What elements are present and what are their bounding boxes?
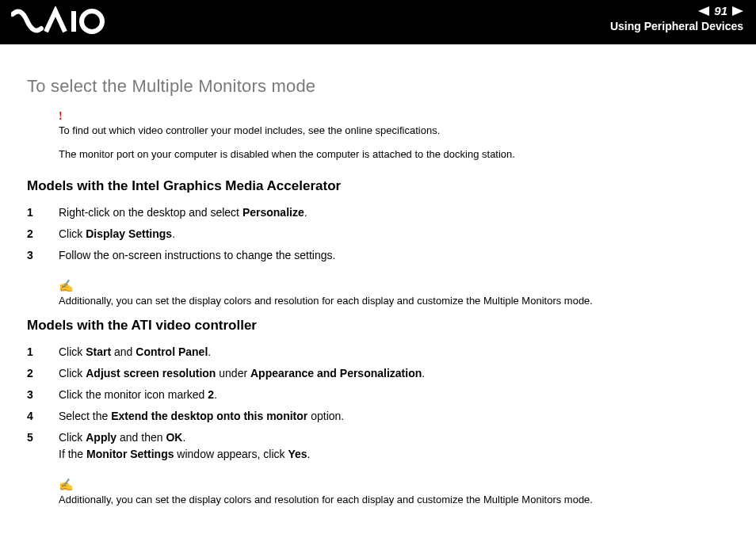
warning-icon: !	[59, 111, 729, 122]
tip-icon: ✍	[59, 479, 729, 491]
tip-text: Additionally, you can set the display co…	[59, 295, 593, 307]
page-title: To select the Multiple Monitors mode	[27, 76, 729, 97]
next-page-arrow-icon[interactable]	[732, 6, 743, 16]
list-item: Click Apply and then OK. If the Monitor …	[27, 427, 729, 465]
tip-text: Additionally, you can set the display co…	[59, 494, 593, 505]
intel-steps: Right-click on the desktop and select Pe…	[27, 202, 729, 266]
list-item: Click the monitor icon marked 2.	[27, 384, 729, 406]
warning-note: ! To find out which video controller you…	[59, 111, 729, 138]
svg-marker-2	[698, 6, 709, 16]
svg-rect-0	[71, 11, 76, 32]
list-item: Select the Extend the desktop onto this …	[27, 406, 729, 427]
page-number: 91	[714, 5, 727, 17]
ati-tip: ✍ Additionally, you can set the display …	[59, 479, 729, 507]
warning-text: To find out which video controller your …	[59, 124, 440, 136]
page-content: To select the Multiple Monitors mode ! T…	[0, 44, 756, 506]
ati-heading: Models with the ATI video controller	[27, 318, 729, 334]
list-item: Right-click on the desktop and select Pe…	[27, 202, 729, 223]
tip-icon: ✍	[59, 280, 729, 292]
intel-tip: ✍ Additionally, you can set the display …	[59, 280, 729, 308]
page-header: 91 Using Peripheral Devices	[0, 0, 756, 44]
ati-steps: Click Start and Control Panel. Click Adj…	[27, 341, 729, 465]
svg-point-1	[82, 11, 102, 32]
list-item: Click Display Settings.	[27, 223, 729, 245]
list-item: Follow the on-screen instructions to cha…	[27, 245, 729, 266]
vaio-logo-icon	[11, 6, 106, 38]
section-title: Using Peripheral Devices	[610, 20, 743, 32]
svg-marker-3	[732, 6, 743, 16]
prev-page-arrow-icon[interactable]	[698, 6, 709, 16]
intel-heading: Models with the Intel Graphics Media Acc…	[27, 178, 729, 194]
list-item: Click Adjust screen resolution under App…	[27, 363, 729, 384]
page-nav: 91	[610, 5, 743, 17]
list-item: Click Start and Control Panel.	[27, 341, 729, 363]
info-line: The monitor port on your computer is dis…	[59, 147, 729, 162]
